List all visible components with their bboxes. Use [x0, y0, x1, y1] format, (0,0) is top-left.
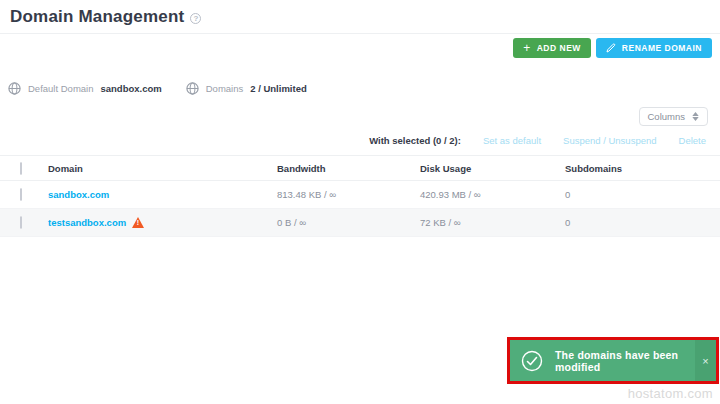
rename-domain-label: RENAME DOMAIN: [622, 43, 702, 53]
watermark: hostatom.com: [628, 386, 713, 401]
columns-dropdown[interactable]: Columns: [639, 107, 709, 126]
globe-icon: [186, 82, 199, 95]
columns-row: Columns: [0, 107, 720, 126]
domain-link[interactable]: testsandbox.com: [48, 217, 126, 228]
with-selected-label: With selected (0 / 2):: [369, 135, 461, 146]
toast-close-icon[interactable]: ×: [695, 340, 716, 381]
toast-message: The domains have been modified: [555, 349, 716, 373]
default-domain-label: Default Domain: [28, 83, 93, 94]
domains-table: Domain Bandwidth Disk Usage Subdomains s…: [0, 155, 720, 237]
disk-usage-value: 420.93 MB / ∞: [420, 189, 565, 200]
column-header-subdomains: Subdomains: [565, 163, 720, 174]
table-header-row: Domain Bandwidth Disk Usage Subdomains: [0, 156, 720, 181]
column-header-bandwidth: Bandwidth: [277, 163, 420, 174]
select-updown-icon: [692, 112, 699, 121]
row-checkbox[interactable]: [20, 216, 22, 229]
table-row: sandbox.com 813.48 KB / ∞ 420.93 MB / ∞ …: [0, 181, 720, 209]
subdomains-value: 0: [565, 217, 720, 228]
bandwidth-value: 0 B / ∞: [277, 217, 420, 228]
subdomains-value: 0: [565, 189, 720, 200]
page-title: Domain Management: [10, 7, 184, 27]
columns-dropdown-label: Columns: [648, 111, 686, 122]
disk-usage-value: 72 KB / ∞: [420, 217, 565, 228]
domains-count-label: Domains: [206, 83, 244, 94]
default-domain-value: sandbox.com: [100, 83, 161, 94]
add-new-label: ADD NEW: [537, 43, 581, 53]
add-new-button[interactable]: + ADD NEW: [513, 38, 591, 58]
domain-management-page: Domain Management ? + ADD NEW RENAME DOM…: [0, 0, 720, 404]
domain-link[interactable]: sandbox.com: [48, 189, 109, 200]
domains-count-value: 2 / Unlimited: [250, 83, 306, 94]
delete-action[interactable]: Delete: [679, 135, 706, 146]
summary-row: Default Domain sandbox.com Domains 2 / U…: [0, 82, 720, 95]
rename-domain-button[interactable]: RENAME DOMAIN: [596, 38, 712, 58]
globe-icon: [8, 82, 21, 95]
column-header-domain: Domain: [48, 163, 277, 174]
success-toast: The domains have been modified ×: [510, 340, 716, 381]
column-header-disk-usage: Disk Usage: [420, 163, 565, 174]
check-circle-icon: [521, 350, 543, 372]
bulk-actions-row: With selected (0 / 2): Set as default Su…: [0, 135, 720, 146]
help-icon[interactable]: ?: [190, 13, 201, 24]
suspend-unsuspend-action[interactable]: Suspend / Unsuspend: [563, 135, 656, 146]
annotation-highlight-box: The domains have been modified ×: [507, 337, 719, 384]
row-checkbox[interactable]: [20, 188, 22, 201]
plus-icon: +: [523, 42, 531, 54]
set-as-default-action[interactable]: Set as default: [483, 135, 541, 146]
warning-icon: [132, 217, 144, 228]
pencil-icon: [606, 43, 616, 53]
table-row: testsandbox.com 0 B / ∞ 72 KB / ∞ 0: [0, 209, 720, 237]
select-all-checkbox[interactable]: [20, 162, 22, 175]
bandwidth-value: 813.48 KB / ∞: [277, 189, 420, 200]
page-header: Domain Management ?: [0, 0, 720, 34]
toolbar: + ADD NEW RENAME DOMAIN: [0, 34, 720, 58]
